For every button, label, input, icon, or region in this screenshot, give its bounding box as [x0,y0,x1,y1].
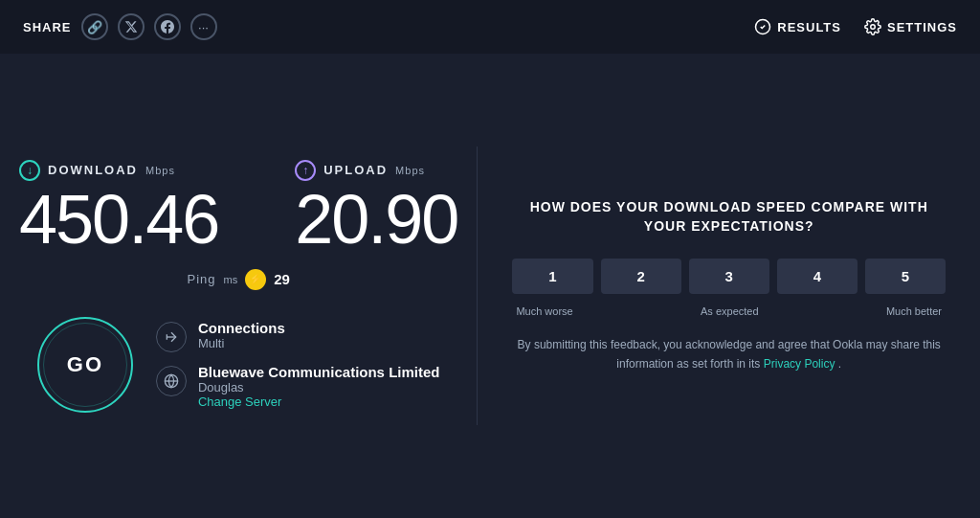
left-panel: ↓ DOWNLOAD Mbps 450.46 ↑ UPLOAD Mbps 20.… [0,54,477,518]
ping-label: Ping [188,272,216,286]
connections-row: Connections Multi [156,320,440,352]
more-icon[interactable]: ··· [190,13,217,40]
server-info: Connections Multi Bluewave Communication… [156,320,440,409]
feedback-text: By submitting this feedback, you acknowl… [512,336,946,372]
ping-row: Ping ms ⚡ 29 [188,269,290,290]
results-label: RESULTS [777,20,841,34]
isp-icon [156,366,187,396]
rating-labels-row: Much worse As expected Much better [512,305,946,317]
compare-title: HOW DOES YOUR DOWNLOAD SPEED COMPARE WIT… [512,198,946,236]
rating-button-4[interactable]: 4 [777,259,858,294]
feedback-end: . [838,357,841,371]
ping-value: 29 [274,271,290,287]
upload-value: 20.90 [295,185,457,254]
connections-icon [156,322,187,352]
connections-title: Connections [198,320,285,336]
header-right: RESULTS SETTINGS [754,18,957,35]
connections-value: Multi [198,336,285,350]
settings-label: SETTINGS [887,20,957,34]
header: SHARE 🔗 ··· RESULTS SETTINGS [0,0,980,54]
upload-block: ↑ UPLOAD Mbps 20.90 [295,160,457,254]
download-block: ↓ DOWNLOAD Mbps 450.46 [19,160,218,254]
settings-button[interactable]: SETTINGS [864,18,957,35]
twitter-icon[interactable] [118,13,145,40]
upload-label-row: ↑ UPLOAD Mbps [295,160,457,181]
download-icon: ↓ [19,160,40,181]
download-label-row: ↓ DOWNLOAD Mbps [19,160,218,181]
connections-details: Connections Multi [198,320,285,350]
isp-location: Douglas [198,380,440,394]
download-unit: Mbps [145,165,175,176]
svg-point-1 [871,25,876,30]
ping-icon: ⚡ [245,269,266,290]
ping-unit: ms [224,274,238,285]
label-much-better: Much better [886,305,942,317]
privacy-policy-link[interactable]: Privacy Policy [764,357,835,371]
isp-row: Bluewave Communications Limited Douglas … [156,364,440,409]
isp-details: Bluewave Communications Limited Douglas … [198,364,440,409]
share-label: SHARE [23,20,72,34]
go-button[interactable]: GO [37,317,133,413]
change-server-link[interactable]: Change Server [198,394,440,409]
rating-buttons-row: 1 2 3 4 5 [512,259,946,294]
label-much-worse: Much worse [516,305,572,317]
rating-button-5[interactable]: 5 [865,259,946,294]
isp-name: Bluewave Communications Limited [198,364,440,380]
download-label: DOWNLOAD [48,163,138,177]
header-left: SHARE 🔗 ··· [23,13,217,40]
rating-button-2[interactable]: 2 [601,259,681,294]
results-button[interactable]: RESULTS [754,18,841,35]
rating-button-3[interactable]: 3 [689,259,769,294]
speeds-row: ↓ DOWNLOAD Mbps 450.46 ↑ UPLOAD Mbps 20.… [19,160,457,254]
right-panel: HOW DOES YOUR DOWNLOAD SPEED COMPARE WIT… [478,54,980,518]
feedback-content: By submitting this feedback, you acknowl… [518,338,941,370]
main-content: ↓ DOWNLOAD Mbps 450.46 ↑ UPLOAD Mbps 20.… [0,54,980,518]
upload-icon: ↑ [295,160,316,181]
link-icon[interactable]: 🔗 [81,13,108,40]
upload-unit: Mbps [395,165,425,176]
facebook-icon[interactable] [154,13,181,40]
bottom-row: GO Connections Multi [37,317,440,413]
download-value: 450.46 [19,185,218,254]
label-as-expected: As expected [701,305,759,317]
rating-button-1[interactable]: 1 [512,259,592,294]
upload-label: UPLOAD [323,163,388,177]
